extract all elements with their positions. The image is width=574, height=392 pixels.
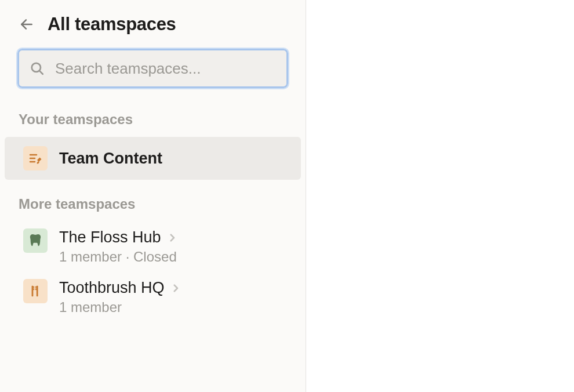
teamspace-text: The Floss Hub 1 member · Closed bbox=[59, 228, 177, 265]
search-box[interactable] bbox=[17, 49, 288, 88]
svg-rect-3 bbox=[32, 286, 34, 296]
back-button[interactable] bbox=[19, 16, 35, 32]
section-title-yours: Your teamspaces bbox=[0, 111, 306, 137]
arrow-left-icon bbox=[19, 17, 34, 32]
svg-rect-7 bbox=[35, 286, 37, 288]
teamspace-item-floss-hub[interactable]: The Floss Hub 1 member · Closed bbox=[5, 222, 301, 272]
svg-rect-8 bbox=[35, 288, 37, 290]
teamspace-icon bbox=[23, 146, 48, 170]
search-container bbox=[0, 49, 306, 111]
teamspace-meta: 1 member bbox=[59, 299, 181, 315]
sidebar: All teamspaces Your teamspaces Team Cont… bbox=[0, 0, 306, 392]
section-title-more: More teamspaces bbox=[0, 196, 306, 222]
teamspace-item-toothbrush-hq[interactable]: Toothbrush HQ 1 member bbox=[5, 272, 301, 322]
search-icon bbox=[30, 61, 45, 76]
chevron-right-icon bbox=[170, 283, 181, 293]
teamspace-meta: 1 member · Closed bbox=[59, 249, 177, 265]
edit-note-icon bbox=[28, 151, 42, 165]
svg-rect-5 bbox=[33, 288, 34, 290]
teamspace-text: Toothbrush HQ 1 member bbox=[59, 279, 181, 315]
page-title: All teamspaces bbox=[48, 14, 176, 35]
teamspace-name: The Floss Hub bbox=[59, 228, 161, 246]
teamspace-item-team-content[interactable]: Team Content bbox=[5, 137, 301, 180]
toothbrush-icon bbox=[29, 284, 42, 298]
teamspace-icon bbox=[23, 228, 48, 253]
teamspace-name: Team Content bbox=[59, 150, 162, 168]
search-input[interactable] bbox=[55, 60, 276, 78]
header: All teamspaces bbox=[0, 14, 306, 49]
teamspace-icon bbox=[23, 279, 48, 303]
svg-rect-4 bbox=[33, 286, 34, 288]
svg-line-2 bbox=[39, 71, 42, 74]
more-teamspaces-section: More teamspaces The Floss Hub 1 member ·… bbox=[0, 196, 306, 339]
teamspace-name: Toothbrush HQ bbox=[59, 279, 165, 297]
tooth-icon bbox=[29, 233, 42, 248]
svg-rect-6 bbox=[37, 286, 38, 296]
chevron-right-icon bbox=[167, 233, 177, 243]
your-teamspaces-section: Your teamspaces Team Content bbox=[0, 111, 306, 196]
main-content bbox=[306, 0, 574, 392]
